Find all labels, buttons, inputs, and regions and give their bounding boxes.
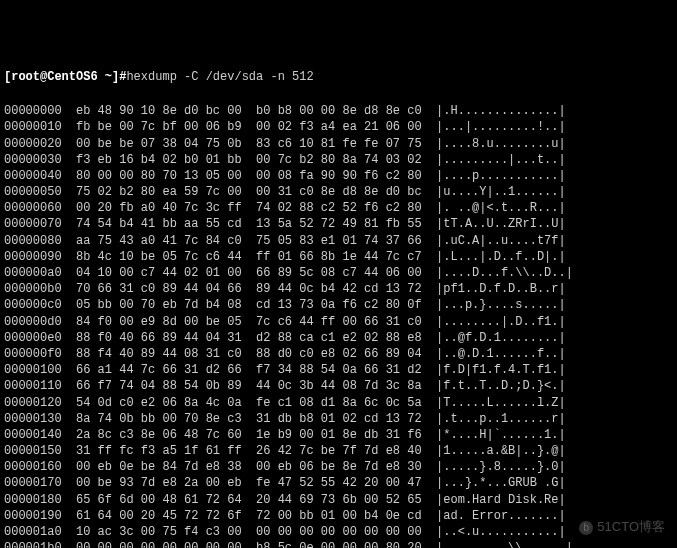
hex-row: 00000040 80 00 00 80 70 13 05 00 00 08 f… [4,168,673,184]
hex-row: 000000d0 84 f0 00 e9 8d 00 be 05 7c c6 4… [4,314,673,330]
hex-row: 00000060 00 20 fb a0 40 7c 3c ff 74 02 8… [4,200,673,216]
hex-row: 000001a0 10 ac 3c 00 75 f4 c3 00 00 00 0… [4,524,673,540]
hex-row: 00000120 54 0d c0 e2 06 8a 4c 0a fe c1 0… [4,395,673,411]
hex-row: 00000170 00 be 93 7d e8 2a 00 eb fe 47 5… [4,475,673,491]
hex-row: 000000c0 05 bb 00 70 eb 7d b4 08 cd 13 7… [4,297,673,313]
hex-row: 00000050 75 02 b2 80 ea 59 7c 00 00 31 c… [4,184,673,200]
hex-row: 00000110 66 f7 74 04 88 54 0b 89 44 0c 3… [4,378,673,394]
hex-row: 00000150 31 ff fc f3 a5 1f 61 ff 26 42 7… [4,443,673,459]
hex-row: 00000080 aa 75 43 a0 41 7c 84 c0 75 05 8… [4,233,673,249]
hex-row: 000000f0 88 f4 40 89 44 08 31 c0 88 d0 c… [4,346,673,362]
hex-row: 00000140 2a 8c c3 8e 06 48 7c 60 1e b9 0… [4,427,673,443]
command-text: hexdump -C /dev/sda -n 512 [126,70,313,84]
hex-row: 00000190 61 64 00 20 45 72 72 6f 72 00 b… [4,508,673,524]
hex-row: 00000160 00 eb 0e be 84 7d e8 38 00 eb 0… [4,459,673,475]
hex-row: 000000a0 04 10 00 c7 44 02 01 00 66 89 5… [4,265,673,281]
hex-row: 000000e0 88 f0 40 66 89 44 04 31 d2 88 c… [4,330,673,346]
hexdump-output: 00000000 eb 48 90 10 8e d0 bc 00 b0 b8 0… [4,103,673,548]
command-prompt: [root@CentOS6 ~]#hexdump -C /dev/sda -n … [4,69,673,85]
hex-row: 00000030 f3 eb 16 b4 02 b0 01 bb 00 7c b… [4,152,673,168]
hex-row: 00000130 8a 74 0b bb 00 70 8e c3 31 db b… [4,411,673,427]
hex-row: 00000000 eb 48 90 10 8e d0 bc 00 b0 b8 0… [4,103,673,119]
hex-row: 00000070 74 54 b4 41 bb aa 55 cd 13 5a 5… [4,216,673,232]
hex-row: 00000020 00 be be 07 38 04 75 0b 83 c6 1… [4,136,673,152]
hex-row: 00000180 65 6f 6d 00 48 61 72 64 20 44 6… [4,492,673,508]
hex-row: 00000010 fb be 00 7c bf 00 06 b9 00 02 f… [4,119,673,135]
hex-row: 00000090 8b 4c 10 be 05 7c c6 44 ff 01 6… [4,249,673,265]
hex-row: 00000100 66 a1 44 7c 66 31 d2 66 f7 34 8… [4,362,673,378]
prompt-prefix: [root@CentOS6 ~]# [4,70,126,84]
hex-row: 000001b0 00 00 00 00 00 00 00 00 b8 5c 0… [4,540,673,548]
hex-row: 000000b0 70 66 31 c0 89 44 04 66 89 44 0… [4,281,673,297]
